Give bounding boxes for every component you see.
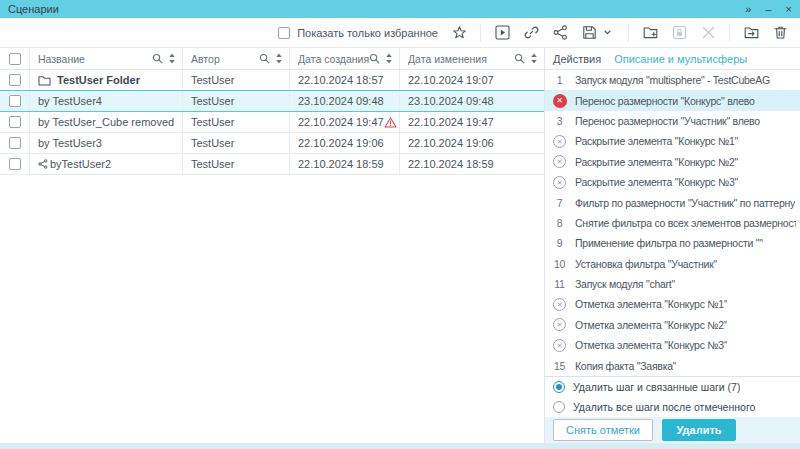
created-date: 22.10.2024 19:47 [298, 116, 384, 128]
star-icon[interactable] [451, 25, 467, 41]
column-header-created[interactable]: Дата создания [290, 48, 400, 69]
column-header-author[interactable]: Автор [183, 48, 290, 69]
step-number: 10 [554, 258, 565, 270]
close-icon[interactable]: × [786, 4, 792, 15]
column-header-modified[interactable]: Дата изменения [400, 48, 544, 69]
save-dropdown-icon[interactable] [599, 25, 615, 41]
warning-icon [384, 117, 397, 128]
step-number: 9 [557, 237, 563, 249]
run-scenario-icon[interactable] [494, 25, 510, 41]
column-header-name[interactable]: Название [30, 48, 183, 69]
step-marked-icon[interactable]: ✕ [553, 94, 567, 108]
table-row[interactable]: by TestUser_Cube removed TestUser 22.10.… [0, 112, 544, 133]
tab-description-multispheres[interactable]: Описание и мультисферы [614, 53, 747, 65]
row-checkbox[interactable] [9, 74, 21, 86]
delete-button[interactable]: Удалить [662, 419, 736, 441]
action-step[interactable]: 1 Запуск модуля "multisphere" - TestCube… [545, 70, 800, 90]
row-checkbox[interactable] [9, 137, 21, 149]
radio-unchecked-icon[interactable] [553, 401, 565, 413]
modified-date: 23.10.2024 09:48 [400, 91, 544, 111]
step-text: Раскрытие элемента "Конкурс №2" [575, 156, 738, 168]
scenarios-table: Название Автор Дата создания [0, 48, 544, 443]
step-text: Отметка элемента "Конкурс №1" [575, 298, 727, 310]
action-step[interactable]: ✕ Отметка элемента "Конкурс №3" [545, 335, 800, 355]
scenario-name: TestUser Folder [57, 74, 140, 86]
created-date: 22.10.2024 18:57 [298, 74, 384, 86]
select-all-checkbox[interactable] [9, 53, 21, 65]
action-step[interactable]: 10 Установка фильтра "Участник" [545, 254, 800, 274]
search-icon[interactable] [259, 53, 270, 64]
scenario-name: by TestUser3 [38, 137, 102, 149]
step-text: Применение фильтра по размерности "" [575, 237, 763, 249]
sort-icon[interactable] [385, 53, 393, 64]
step-number: 11 [554, 278, 564, 290]
step-text: Перенос размерности "Конкурс" влево [575, 95, 755, 107]
toolbar-divider [628, 24, 629, 42]
action-step[interactable]: ✕ Перенос размерности "Конкурс" влево [545, 90, 800, 110]
trash-icon[interactable] [772, 25, 788, 41]
step-text: Запуск модуля "chart" [575, 278, 675, 290]
toolbar-divider [480, 24, 481, 42]
row-checkbox[interactable] [9, 116, 21, 128]
created-date: 22.10.2024 18:59 [298, 158, 384, 170]
action-step[interactable]: ✕ Раскрытие элемента "Конкурс №2" [545, 152, 800, 172]
sort-icon[interactable] [168, 53, 176, 64]
table-row[interactable]: by TestUser4 TestUser 23.10.2024 09:48 2… [0, 90, 544, 112]
action-step[interactable]: 11 Запуск модуля "chart" [545, 274, 800, 294]
tab-actions[interactable]: Действия [553, 53, 601, 65]
scenario-name: byTestUser2 [50, 158, 111, 170]
search-icon[interactable] [152, 53, 163, 64]
share-icon[interactable] [552, 25, 568, 41]
table-row[interactable]: byTestUser2 TestUser 22.10.2024 18:59 22… [0, 154, 544, 175]
favorites-filter[interactable]: Показать только избранное [278, 27, 438, 39]
created-date: 23.10.2024 09:48 [298, 95, 384, 107]
panel-buttons: Снять отметки Удалить [545, 417, 800, 445]
action-step[interactable]: 9 Применение фильтра по размерности "" [545, 233, 800, 253]
radio-checked-icon[interactable] [553, 381, 565, 393]
delete-option-linked[interactable]: Удалить шаг и связанные шаги (7) [545, 377, 800, 397]
move-to-folder-icon[interactable] [743, 25, 759, 41]
step-related-icon[interactable]: ✕ [553, 155, 566, 168]
action-step[interactable]: 15 Копия факта "Заявка" [545, 355, 800, 375]
step-related-icon[interactable]: ✕ [553, 318, 566, 331]
save-icon[interactable] [581, 25, 597, 41]
link-icon[interactable] [523, 25, 539, 41]
scenario-author: TestUser [183, 154, 290, 174]
step-related-icon[interactable]: ✕ [553, 298, 566, 311]
delete-option-after[interactable]: Удалить все шаги после отмеченного [545, 397, 800, 417]
minimize-icon[interactable]: – [765, 4, 771, 15]
table-row[interactable]: by TestUser3 TestUser 22.10.2024 19:06 2… [0, 133, 544, 154]
step-related-icon[interactable]: ✕ [553, 339, 566, 352]
step-text: Раскрытие элемента "Конкурс №3" [575, 176, 738, 188]
collapse-icon[interactable]: » [745, 4, 751, 15]
save-group[interactable] [581, 25, 615, 41]
row-checkbox[interactable] [9, 95, 21, 107]
clear-marks-button[interactable]: Снять отметки [553, 419, 653, 441]
action-step[interactable]: ✕ Раскрытие элемента "Конкурс №1" [545, 131, 800, 151]
sort-icon[interactable] [275, 53, 283, 64]
actions-panel: Действия Описание и мультисферы 1 Запуск… [544, 48, 800, 443]
search-icon[interactable] [369, 53, 380, 64]
step-text: Снятие фильтра со всех элементов размерн… [575, 217, 796, 229]
step-text: Раскрытие элемента "Конкурс №1" [575, 135, 738, 147]
step-related-icon[interactable]: ✕ [553, 135, 566, 148]
step-number: 15 [554, 360, 565, 372]
scenario-author: TestUser [183, 133, 290, 153]
step-related-icon[interactable]: ✕ [553, 176, 566, 189]
create-folder-icon[interactable] [642, 25, 658, 41]
table-row[interactable]: TestUser Folder TestUser 22.10.2024 18:5… [0, 70, 544, 91]
action-step[interactable]: ✕ Отметка элемента "Конкурс №1" [545, 294, 800, 314]
row-checkbox[interactable] [9, 158, 21, 170]
action-step[interactable]: 8 Снятие фильтра со всех элементов разме… [545, 213, 800, 233]
steps-list: 1 Запуск модуля "multisphere" - TestCube… [545, 70, 800, 376]
panel-tabs: Действия Описание и мультисферы [545, 48, 800, 70]
toolbar: Показать только избранное [0, 18, 800, 48]
favorites-checkbox[interactable] [278, 27, 290, 39]
action-step[interactable]: 3 Перенос размерности "Участник" влево [545, 111, 800, 131]
action-step[interactable]: ✕ Отметка элемента "Конкурс №2" [545, 315, 800, 335]
search-icon[interactable] [514, 53, 525, 64]
action-step[interactable]: 7 Фильтр по размерности "Участник" по па… [545, 192, 800, 212]
lock-icon [671, 25, 687, 41]
action-step[interactable]: ✕ Раскрытие элемента "Конкурс №3" [545, 172, 800, 192]
sort-icon[interactable] [530, 53, 538, 64]
